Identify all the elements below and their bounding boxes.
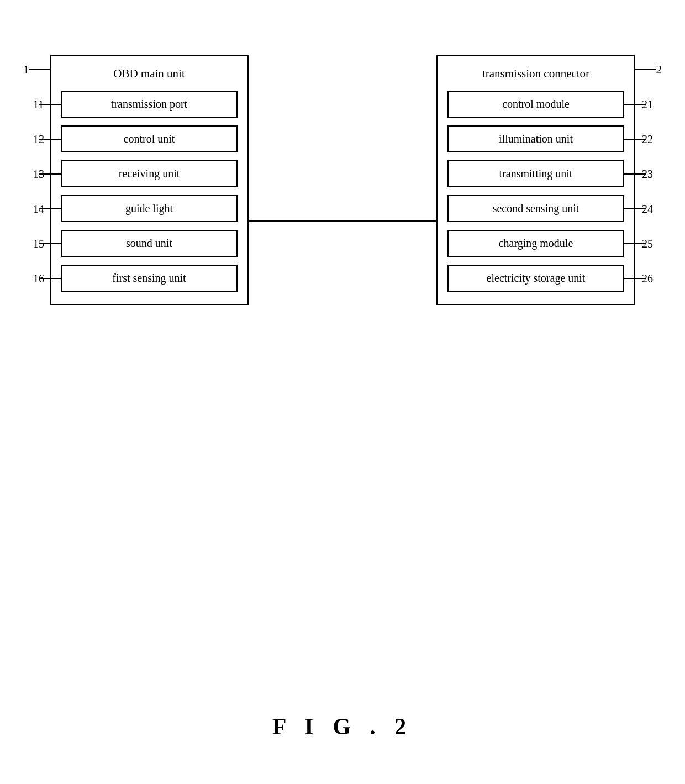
right-row-21: 21 control module	[447, 91, 624, 118]
left-box-label-line	[29, 69, 51, 70]
inner-box-sound-unit: sound unit	[61, 230, 238, 257]
right-row-25: 25 charging module	[447, 230, 624, 257]
right-box-number: 2	[656, 63, 662, 77]
right-line-21	[624, 104, 646, 105]
right-row-22: 22 illumination unit	[447, 125, 624, 152]
left-line-16	[39, 278, 61, 279]
left-line-11	[39, 104, 61, 105]
inner-box-receiving-unit: receiving unit	[61, 160, 238, 187]
right-row-26: 26 electricity storage unit	[447, 265, 624, 292]
right-box-label-line	[634, 69, 656, 70]
inner-box-transmitting-unit: transmitting unit	[447, 160, 624, 187]
inner-box-transmission-port: transmission port	[61, 91, 238, 118]
right-row-23: 23 transmitting unit	[447, 160, 624, 187]
figure-caption: F I G . 2	[0, 713, 685, 740]
right-line-22	[624, 139, 646, 140]
left-row-14: 14 guide light	[61, 195, 238, 222]
left-line-12	[39, 139, 61, 140]
right-line-25	[624, 243, 646, 244]
right-row-24: 24 second sensing unit	[447, 195, 624, 222]
inner-box-charging-module: charging module	[447, 230, 624, 257]
left-line-15	[39, 243, 61, 244]
left-line-13	[39, 173, 61, 175]
left-box-number: 1	[23, 63, 29, 77]
inner-box-guide-light: guide light	[61, 195, 238, 222]
left-row-15: 15 sound unit	[61, 230, 238, 257]
left-row-11: 11 transmission port	[61, 91, 238, 118]
inner-box-illumination-unit: illumination unit	[447, 125, 624, 152]
right-outer-box: 2 transmission connector 21 control modu…	[436, 55, 635, 305]
left-row-12: 12 control unit	[61, 125, 238, 152]
left-line-14	[39, 208, 61, 209]
right-line-24	[624, 208, 646, 209]
right-line-26	[624, 278, 646, 279]
left-box-title: OBD main unit	[61, 67, 238, 81]
inner-box-control-unit: control unit	[61, 125, 238, 152]
right-line-23	[624, 173, 646, 175]
left-row-13: 13 receiving unit	[61, 160, 238, 187]
receiving-transmitting-connector	[249, 220, 436, 222]
inner-box-second-sensing-unit: second sensing unit	[447, 195, 624, 222]
left-row-16: 16 first sensing unit	[61, 265, 238, 292]
inner-box-electricity-storage-unit: electricity storage unit	[447, 265, 624, 292]
inner-box-first-sensing-unit: first sensing unit	[61, 265, 238, 292]
right-box-title: transmission connector	[447, 67, 624, 81]
inner-box-control-module: control module	[447, 91, 624, 118]
left-outer-box: 1 OBD main unit 11 transmission port 12 …	[50, 55, 249, 305]
